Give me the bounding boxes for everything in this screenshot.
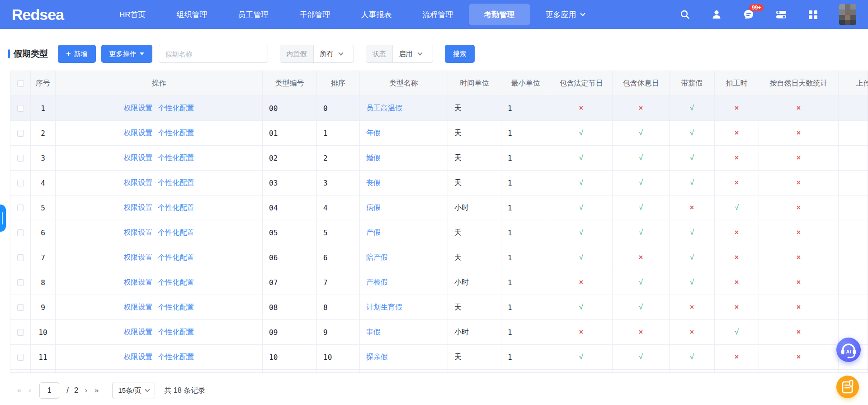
nav-item-3[interactable]: 员工管理 xyxy=(223,4,284,25)
row-checkbox[interactable] xyxy=(17,279,24,286)
row-number: 2 xyxy=(31,121,56,146)
empty-cell xyxy=(759,370,839,373)
next-page-button[interactable]: › xyxy=(81,386,91,395)
nav-item-7[interactable]: 考勤管理 xyxy=(469,4,530,25)
select-all-checkbox[interactable] xyxy=(17,80,24,87)
message-icon[interactable]: 99+ xyxy=(743,9,755,20)
personalize-config-link[interactable]: 个性化配置 xyxy=(158,104,194,113)
type-name-link[interactable]: 事假 xyxy=(366,328,381,337)
permission-settings-link[interactable]: 权限设置 xyxy=(124,129,153,138)
rest_day-flag: √ xyxy=(613,171,670,195)
paid-flag: × xyxy=(670,320,715,345)
row-checkbox[interactable] xyxy=(17,180,24,186)
personalize-config-link[interactable]: 个性化配置 xyxy=(158,303,194,312)
personalize-config-link[interactable]: 个性化配置 xyxy=(158,228,194,238)
personalize-config-link[interactable]: 个性化配置 xyxy=(158,129,194,138)
more-actions-button[interactable]: 更多操作 xyxy=(101,45,152,63)
min-unit: 1 xyxy=(501,345,550,370)
nav-item-8[interactable]: 更多应用 xyxy=(530,4,600,25)
permission-settings-link[interactable]: 权限设置 xyxy=(124,153,153,163)
permission-settings-link[interactable]: 权限设置 xyxy=(124,328,153,337)
row-number: 10 xyxy=(31,320,56,345)
side-drawer-handle[interactable] xyxy=(0,205,6,232)
search-button[interactable]: 搜索 xyxy=(445,45,475,63)
personalize-config-link[interactable]: 个性化配置 xyxy=(158,328,194,337)
user-icon[interactable] xyxy=(711,9,722,20)
nav-item-4[interactable]: 干部管理 xyxy=(284,4,346,25)
permission-settings-link[interactable]: 权限设置 xyxy=(124,303,153,312)
nav-item-6[interactable]: 流程管理 xyxy=(407,4,469,25)
type-name-link[interactable]: 婚假 xyxy=(366,153,381,163)
upload-cell xyxy=(839,295,868,320)
type-name-link[interactable]: 丧假 xyxy=(366,178,381,188)
type-name-cell: 病假 xyxy=(360,195,448,220)
empty-cell xyxy=(56,370,263,373)
builtin-filter[interactable]: 内置假 所有 xyxy=(280,45,354,63)
apps-grid-icon[interactable] xyxy=(808,10,818,20)
paid-flag: √ xyxy=(670,220,715,245)
empty-cell xyxy=(550,370,613,373)
paid-flag: √ xyxy=(670,270,715,295)
type-name-link[interactable]: 员工高温假 xyxy=(366,104,402,113)
personalize-config-link[interactable]: 个性化配置 xyxy=(158,203,194,213)
row-checkbox[interactable] xyxy=(17,254,24,261)
paid-flag: √ xyxy=(670,96,715,121)
min-unit: 1 xyxy=(501,146,550,171)
type-name-link[interactable]: 探亲假 xyxy=(366,353,388,362)
current-page-input[interactable]: 1 xyxy=(39,382,59,399)
row-checkbox[interactable] xyxy=(17,304,24,311)
paid-flag: √ xyxy=(670,146,715,171)
avatar[interactable] xyxy=(839,4,856,25)
row-checkbox[interactable] xyxy=(17,205,24,211)
sort-order: 10 xyxy=(317,345,360,370)
personalize-config-link[interactable]: 个性化配置 xyxy=(158,178,194,188)
deduct_hours-flag: × xyxy=(715,295,759,320)
nav-item-1[interactable]: HR首页 xyxy=(104,4,161,25)
type-name-cell: 婚假 xyxy=(360,146,448,171)
last-page-button[interactable]: » xyxy=(91,386,102,395)
page-size-select[interactable]: 15条/页 xyxy=(112,382,155,399)
type-name-link[interactable]: 年假 xyxy=(366,129,381,138)
personalize-config-link[interactable]: 个性化配置 xyxy=(158,153,194,163)
add-button[interactable]: + 新增 xyxy=(58,45,96,63)
prev-page-button[interactable]: ‹ xyxy=(25,386,35,395)
permission-settings-link[interactable]: 权限设置 xyxy=(124,353,153,362)
row-checkbox[interactable] xyxy=(17,130,24,137)
permission-settings-link[interactable]: 权限设置 xyxy=(124,104,153,113)
nav-item-2[interactable]: 组织管理 xyxy=(161,4,223,25)
permission-settings-link[interactable]: 权限设置 xyxy=(124,178,153,188)
row-checkbox-cell xyxy=(10,96,31,121)
type-name-link[interactable]: 产检假 xyxy=(366,278,388,287)
permission-settings-link[interactable]: 权限设置 xyxy=(124,278,153,287)
row-actions: 权限设置个性化配置 xyxy=(56,345,263,370)
type-name-link[interactable]: 病假 xyxy=(366,203,381,213)
row-checkbox[interactable] xyxy=(17,229,24,236)
upload-cell xyxy=(839,121,868,146)
permission-settings-link[interactable]: 权限设置 xyxy=(124,253,153,262)
notification-badge: 99+ xyxy=(749,4,764,11)
type-name-link[interactable]: 陪产假 xyxy=(366,253,388,262)
ai-assistant-button[interactable]: AI xyxy=(836,338,861,362)
personalize-config-link[interactable]: 个性化配置 xyxy=(158,353,194,362)
row-checkbox[interactable] xyxy=(17,155,24,162)
row-checkbox[interactable] xyxy=(17,354,24,361)
empty-cell xyxy=(448,370,501,373)
status-filter[interactable]: 状态 启用 xyxy=(366,45,433,63)
permission-settings-link[interactable]: 权限设置 xyxy=(124,203,153,213)
header-checkbox-cell xyxy=(10,71,31,96)
row-checkbox[interactable] xyxy=(17,329,24,336)
total-pages: 2 xyxy=(74,386,78,395)
permission-settings-link[interactable]: 权限设置 xyxy=(124,228,153,238)
feedback-doc-button[interactable] xyxy=(836,376,859,398)
deduct_hours-flag: × xyxy=(715,121,759,146)
row-checkbox[interactable] xyxy=(17,105,24,112)
leave-name-input[interactable] xyxy=(159,45,268,63)
first-page-button[interactable]: « xyxy=(14,386,25,395)
type-name-link[interactable]: 产假 xyxy=(366,228,381,238)
search-icon[interactable] xyxy=(679,9,690,20)
type-name-link[interactable]: 计划生育假 xyxy=(366,303,402,312)
personalize-config-link[interactable]: 个性化配置 xyxy=(158,278,194,287)
personalize-config-link[interactable]: 个性化配置 xyxy=(158,253,194,262)
nav-item-5[interactable]: 人事报表 xyxy=(346,4,407,25)
settings-toggle-icon[interactable] xyxy=(775,9,787,20)
